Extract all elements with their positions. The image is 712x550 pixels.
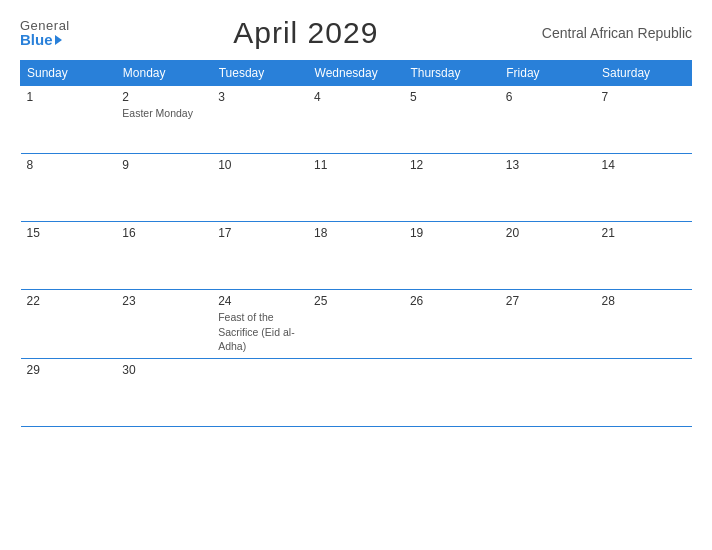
calendar-cell: 9 [116,154,212,222]
calendar-cell: 3 [212,86,308,154]
day-number: 2 [122,90,206,104]
calendar-cell: 18 [308,222,404,290]
calendar-cell: 8 [21,154,117,222]
calendar-week-row: 222324Feast of the Sacrifice (Eid al-Adh… [21,290,692,359]
day-number: 15 [27,226,111,240]
day-number: 14 [602,158,686,172]
page: General Blue April 2029 Central African … [0,0,712,550]
calendar-cell: 25 [308,290,404,359]
calendar-cell: 24Feast of the Sacrifice (Eid al-Adha) [212,290,308,359]
day-number: 10 [218,158,302,172]
day-number: 29 [27,363,111,377]
day-number: 16 [122,226,206,240]
calendar-cell: 19 [404,222,500,290]
calendar-cell: 23 [116,290,212,359]
calendar-cell: 6 [500,86,596,154]
logo-blue-text: Blue [20,32,53,47]
calendar-cell: 30 [116,358,212,426]
calendar-week-row: 15161718192021 [21,222,692,290]
col-tuesday: Tuesday [212,61,308,86]
day-number: 23 [122,294,206,308]
calendar-cell: 4 [308,86,404,154]
calendar-cell: 10 [212,154,308,222]
calendar-week-row: 891011121314 [21,154,692,222]
col-sunday: Sunday [21,61,117,86]
calendar-cell: 13 [500,154,596,222]
calendar-cell: 22 [21,290,117,359]
col-saturday: Saturday [596,61,692,86]
calendar-cell: 14 [596,154,692,222]
day-number: 19 [410,226,494,240]
calendar-cell [212,358,308,426]
calendar-table: Sunday Monday Tuesday Wednesday Thursday… [20,60,692,427]
day-number: 5 [410,90,494,104]
calendar-week-row: 12Easter Monday34567 [21,86,692,154]
day-number: 6 [506,90,590,104]
day-number: 21 [602,226,686,240]
calendar-cell: 28 [596,290,692,359]
calendar-cell: 7 [596,86,692,154]
calendar-cell: 21 [596,222,692,290]
calendar-cell: 5 [404,86,500,154]
day-number: 25 [314,294,398,308]
day-number: 13 [506,158,590,172]
day-number: 26 [410,294,494,308]
col-thursday: Thursday [404,61,500,86]
calendar-week-row: 2930 [21,358,692,426]
col-wednesday: Wednesday [308,61,404,86]
calendar-cell: 26 [404,290,500,359]
holiday-label: Feast of the Sacrifice (Eid al-Adha) [218,311,294,352]
day-number: 20 [506,226,590,240]
calendar-cell [500,358,596,426]
calendar-cell: 2Easter Monday [116,86,212,154]
calendar-cell [308,358,404,426]
holiday-label: Easter Monday [122,107,193,119]
col-friday: Friday [500,61,596,86]
col-monday: Monday [116,61,212,86]
calendar-cell: 16 [116,222,212,290]
logo-triangle-icon [55,35,62,45]
day-number: 22 [27,294,111,308]
day-number: 17 [218,226,302,240]
day-number: 3 [218,90,302,104]
header: General Blue April 2029 Central African … [20,16,692,50]
day-number: 12 [410,158,494,172]
calendar-cell [596,358,692,426]
country-label: Central African Republic [542,25,692,41]
day-number: 24 [218,294,302,308]
calendar-cell [404,358,500,426]
day-number: 4 [314,90,398,104]
day-number: 27 [506,294,590,308]
day-number: 7 [602,90,686,104]
calendar-cell: 11 [308,154,404,222]
calendar-cell: 27 [500,290,596,359]
calendar-cell: 20 [500,222,596,290]
logo: General Blue [20,19,70,47]
calendar-cell: 29 [21,358,117,426]
calendar-cell: 15 [21,222,117,290]
day-number: 8 [27,158,111,172]
day-number: 18 [314,226,398,240]
calendar-cell: 12 [404,154,500,222]
calendar-cell: 17 [212,222,308,290]
day-number: 11 [314,158,398,172]
weekday-header-row: Sunday Monday Tuesday Wednesday Thursday… [21,61,692,86]
day-number: 28 [602,294,686,308]
day-number: 30 [122,363,206,377]
calendar-cell: 1 [21,86,117,154]
day-number: 9 [122,158,206,172]
calendar-title: April 2029 [233,16,378,50]
day-number: 1 [27,90,111,104]
